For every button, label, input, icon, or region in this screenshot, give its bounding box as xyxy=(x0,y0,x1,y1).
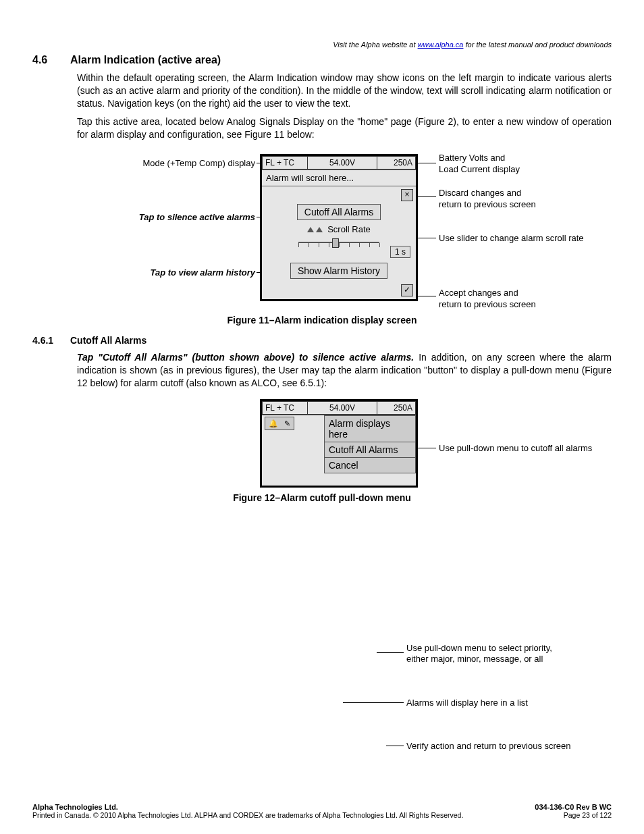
callout-priority: Use pull-down menu to select priority, e… xyxy=(406,643,552,665)
scroll-rate-value: 1 s xyxy=(390,246,410,258)
callout-pulldown: Use pull-down menu to cutoff all alarms xyxy=(439,443,592,454)
triangle-icon xyxy=(316,227,323,232)
header-note-pre: Visit the Alpha website at xyxy=(333,41,417,49)
figure-12-caption: Figure 12–Alarm cutoff pull-down menu xyxy=(32,492,612,503)
figure-11-caption: Figure 11–Alarm indication display scree… xyxy=(32,315,612,325)
callout-accept: Accept changes and return to previous sc… xyxy=(439,288,536,310)
triangle-icon xyxy=(307,227,314,232)
footer-doc: 034-136-C0 Rev B WC xyxy=(535,803,612,811)
scroll-rate-label: Scroll Rate xyxy=(327,224,371,234)
close-icon[interactable]: × xyxy=(401,189,413,201)
scroll-rate-row: Scroll Rate xyxy=(266,224,412,234)
paragraph-3: Tap "Cutoff All Alarms" (button shown ab… xyxy=(77,351,612,390)
callout-verify: Verify action and return to previous scr… xyxy=(406,741,571,752)
figure-12: FL + TC 54.00V 250A 🔔✎ Alarm displays he… xyxy=(32,399,613,487)
paragraph-1: Within the default operating screen, the… xyxy=(77,72,612,110)
menu-item-alarm-display[interactable]: Alarm displays here xyxy=(325,416,416,442)
section-number: 4.6 xyxy=(32,54,70,66)
wand-icon: ✎ xyxy=(284,419,290,428)
section-title: Alarm Indication (active area) xyxy=(70,54,221,66)
bell-icon: 🔔 xyxy=(269,419,278,428)
lcd2-volts: 54.00V xyxy=(308,401,377,415)
lcd-amps: 250A xyxy=(377,156,416,170)
cutoff-alarms-button[interactable]: Cutoff All Alarms xyxy=(297,204,381,220)
callout-alarm-list: Alarms will display here in a list xyxy=(406,698,528,708)
callout-silence: Tap to silence active alarms xyxy=(107,212,255,223)
callout-slider: Use slider to change alarm scroll rate xyxy=(439,233,584,244)
lcd2-mode: FL + TC xyxy=(262,401,308,415)
header-note-post: for the latest manual and product downlo… xyxy=(463,41,612,49)
subsection-number: 4.6.1 xyxy=(32,335,70,346)
callout-discard: Discard changes and return to previous s… xyxy=(439,188,536,210)
figure-11: Mode (+Temp Comp) display Tap to silence… xyxy=(32,154,613,309)
callout-battery: Battery Volts and Load Current display xyxy=(439,153,520,175)
paragraph-2: Tap this active area, located below Anal… xyxy=(77,115,612,141)
lcd-scroll-message: Alarm will scroll here... xyxy=(262,170,416,186)
footer-company: Alpha Technologies Ltd. xyxy=(32,803,118,811)
show-history-button[interactable]: Show Alarm History xyxy=(290,263,387,279)
callout-mode-display: Mode (+Temp Comp) display xyxy=(120,158,255,169)
check-icon[interactable]: ✓ xyxy=(401,284,413,296)
lcd2-amps: 250A xyxy=(377,401,416,415)
subsection-title: Cutoff All Alarms xyxy=(70,335,146,346)
lcd-panel: FL + TC 54.00V 250A Alarm will scroll he… xyxy=(260,154,418,301)
scroll-rate-slider[interactable] xyxy=(298,237,379,248)
page-footer: Alpha Technologies Ltd. 034-136-C0 Rev B… xyxy=(32,803,612,819)
header-note: Visit the Alpha website at www.alpha.ca … xyxy=(32,41,612,49)
lcd-mode: FL + TC xyxy=(262,156,308,170)
pulldown-menu: Alarm displays here Cutoff All Alarms Ca… xyxy=(324,415,416,473)
footer-page: Page 23 of 122 xyxy=(564,811,612,819)
menu-item-cutoff[interactable]: Cutoff All Alarms xyxy=(325,442,416,458)
alarm-icons: 🔔✎ xyxy=(265,417,294,430)
header-note-link[interactable]: www.alpha.ca xyxy=(418,41,464,49)
footer-legal: Printed in Canada. © 2010 Alpha Technolo… xyxy=(32,811,463,819)
lcd-volts: 54.00V xyxy=(308,156,377,170)
menu-item-cancel[interactable]: Cancel xyxy=(325,458,416,473)
lcd-topbar: FL + TC 54.00V 250A xyxy=(262,156,416,170)
lead-in-text: Tap "Cutoff All Alarms" (button shown ab… xyxy=(77,352,414,363)
callout-history: Tap to view alarm history xyxy=(120,267,255,278)
lcd-panel-2: FL + TC 54.00V 250A 🔔✎ Alarm displays he… xyxy=(260,399,418,488)
